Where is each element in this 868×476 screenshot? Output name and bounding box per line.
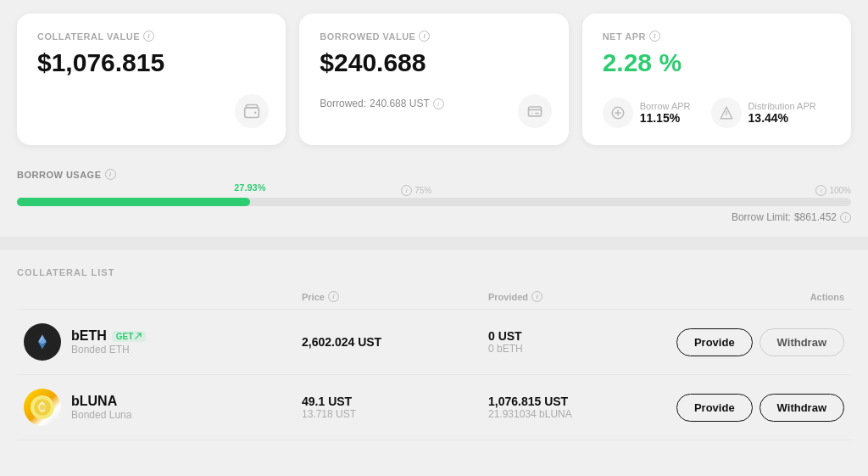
beth-subtitle: Bonded ETH — [71, 344, 146, 356]
bluna-provided: 1,076.815 UST 21.931034 bLUNA — [488, 395, 675, 420]
svg-point-14 — [40, 405, 46, 411]
col-actions-header: Actions — [675, 292, 844, 302]
progress-bar-fill: 27.93% — [17, 198, 250, 206]
collateral-card-icon — [235, 94, 269, 128]
collateral-info-icon[interactable]: i — [143, 31, 154, 42]
borrowed-sub-info-icon[interactable]: i — [433, 98, 444, 109]
top-section: COLLATERAL VALUE i $1,076.815 BORROWED V… — [0, 0, 868, 145]
table-row: bETH GET Bonded ETH 2,602.024 UST 0 UST … — [17, 310, 851, 375]
borrowed-value: $240.688 — [320, 48, 548, 77]
borrowed-value-card: BORROWED VALUE i $240.688 Borrowed: 240.… — [299, 14, 568, 145]
collateral-value-card: COLLATERAL VALUE i $1,076.815 — [17, 14, 286, 145]
borrow-limit: Borrow Limit: $861.452 i — [17, 211, 851, 223]
collateral-label: COLLATERAL VALUE i — [37, 31, 265, 42]
net-apr-info-icon[interactable]: i — [649, 31, 660, 42]
borrowed-card-icon — [518, 94, 552, 128]
collateral-list-header: COLLATERAL LIST — [17, 267, 851, 277]
borrow-usage-info-icon[interactable]: i — [105, 169, 116, 180]
distribution-apr-icon — [711, 98, 742, 128]
col-price-header: Price i — [302, 291, 488, 302]
beth-provided: 0 UST 0 bETH — [488, 329, 675, 355]
bluna-withdraw-button[interactable]: Withdraw — [760, 394, 844, 422]
apr-details-row: Borrow APR 11.15% Distribution APR — [603, 98, 831, 128]
beth-icon — [24, 323, 61, 361]
borrow-usage-label: BORROW USAGE i — [17, 169, 851, 180]
collateral-table-header: Price i Provided i Actions — [17, 291, 851, 310]
progress-percentage-label: 27.93% — [234, 182, 265, 193]
borrow-apr-value: 11.15% — [640, 111, 691, 125]
wallet-icon — [243, 103, 260, 120]
beth-price: 2,602.024 UST — [302, 335, 488, 349]
beth-withdraw-button[interactable]: Withdraw — [760, 328, 844, 356]
svg-point-6 — [726, 115, 727, 116]
distribution-apr-label: Distribution APR — [748, 101, 816, 111]
bluna-details: bLUNA Bonded Luna — [71, 394, 131, 421]
bluna-subtitle: Bonded Luna — [71, 409, 131, 421]
cards-row: COLLATERAL VALUE i $1,076.815 BORROWED V… — [17, 14, 851, 145]
col-provided-header: Provided i — [488, 291, 675, 302]
bluna-provide-button[interactable]: Provide — [676, 394, 753, 422]
provided-info-icon[interactable]: i — [531, 291, 542, 302]
price-info-icon[interactable]: i — [328, 291, 339, 302]
svg-rect-0 — [245, 108, 259, 118]
net-apr-label: NET APR i — [603, 31, 831, 42]
net-apr-value: 2.28 % — [603, 48, 831, 77]
marker-75-icon: i — [401, 185, 412, 196]
progress-container: i 75% i 100% 27.93% — [17, 185, 851, 206]
beth-details: bETH GET Bonded ETH — [71, 328, 146, 356]
bluna-icon — [24, 389, 61, 426]
distribution-apr-block: Distribution APR 13.44% — [711, 98, 816, 128]
borrow-icon — [526, 103, 543, 120]
svg-rect-4 — [535, 113, 539, 115]
bluna-actions: Provide Withdraw — [675, 394, 844, 422]
marker-100-icon: i — [815, 185, 826, 196]
svg-point-3 — [531, 113, 532, 115]
distribution-apr-item: Distribution APR 13.44% — [748, 101, 816, 125]
marker-100: i 100% — [815, 185, 851, 196]
borrow-limit-info-icon[interactable]: i — [840, 212, 851, 223]
borrow-apr-icon — [603, 98, 633, 128]
svg-point-1 — [254, 111, 257, 114]
beth-actions: Provide Withdraw — [675, 328, 844, 356]
collateral-value: $1,076.815 — [37, 48, 265, 77]
bluna-asset-info: bLUNA Bonded Luna — [24, 389, 302, 426]
borrow-usage-section: BORROW USAGE i i 75% i 100% 27.93% Borro… — [0, 159, 868, 237]
external-link-icon — [135, 333, 142, 339]
net-apr-card: NET APR i 2.28 % Borrow APR — [582, 14, 851, 145]
section-divider — [0, 237, 868, 250]
borrow-apr-label: Borrow APR — [640, 101, 691, 111]
progress-markers: i 75% i 100% — [17, 185, 851, 196]
collateral-section: COLLATERAL LIST Price i Provided i Actio… — [0, 250, 868, 440]
beth-get-badge[interactable]: GET — [112, 331, 147, 342]
distribution-apr-value: 13.44% — [748, 111, 816, 125]
progress-bar-background: 27.93% — [17, 198, 851, 206]
borrowed-info-icon[interactable]: i — [419, 31, 430, 42]
bluna-name: bLUNA — [71, 394, 131, 409]
borrowed-sub: Borrowed: 240.688 UST i — [320, 98, 548, 109]
beth-asset-info: bETH GET Bonded ETH — [24, 323, 302, 361]
borrowed-label: BORROWED VALUE i — [320, 31, 548, 42]
beth-name: bETH GET — [71, 328, 146, 344]
borrow-apr-item: Borrow APR 11.15% — [640, 101, 691, 125]
svg-rect-2 — [528, 107, 541, 116]
beth-provide-button[interactable]: Provide — [676, 328, 753, 356]
marker-75: i 75% — [401, 185, 431, 196]
bluna-price: 49.1 UST 13.718 UST — [302, 395, 488, 420]
borrow-apr-block: Borrow APR 11.15% — [603, 98, 691, 128]
table-row: bLUNA Bonded Luna 49.1 UST 13.718 UST 1,… — [17, 375, 851, 440]
